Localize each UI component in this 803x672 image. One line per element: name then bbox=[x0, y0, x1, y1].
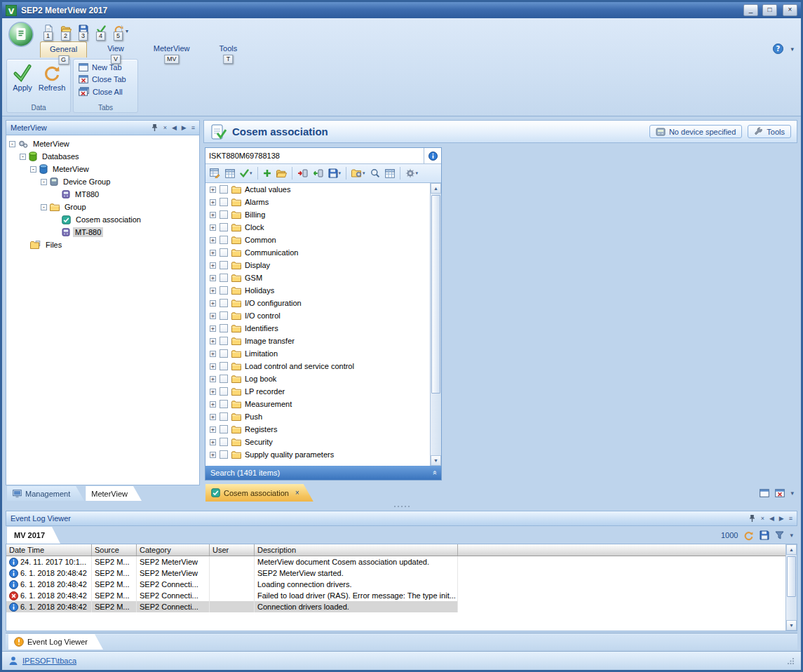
category-checkbox[interactable] bbox=[220, 450, 228, 459]
expand-icon[interactable]: + bbox=[210, 389, 216, 395]
tree-item[interactable]: -MeterView bbox=[6, 163, 199, 175]
close-all-button[interactable]: Close All bbox=[76, 86, 135, 97]
list-scrollbar[interactable]: ▲ ▼ bbox=[430, 183, 441, 466]
tree-item[interactable]: -Group bbox=[6, 201, 199, 213]
category-row[interactable]: +I/O control bbox=[205, 309, 430, 322]
save-document-button[interactable]: 3 bbox=[76, 22, 90, 36]
new-tab-button[interactable]: New Tab bbox=[76, 62, 135, 72]
expand-icon[interactable]: + bbox=[210, 325, 216, 332]
add-item-icon[interactable] bbox=[262, 168, 273, 179]
category-checkbox[interactable] bbox=[220, 261, 228, 269]
application-button[interactable] bbox=[8, 21, 34, 48]
refresh-quick-button[interactable]: 5 bbox=[112, 22, 126, 36]
write-to-device-icon[interactable] bbox=[296, 167, 309, 180]
expand-icon[interactable]: + bbox=[210, 376, 216, 382]
close-panel-icon[interactable]: × bbox=[163, 124, 167, 131]
expand-icon[interactable]: + bbox=[210, 401, 216, 408]
filter-log-icon[interactable] bbox=[775, 531, 784, 539]
expand-icon[interactable]: + bbox=[210, 300, 216, 307]
tab-cosem-association[interactable]: Cosem association × bbox=[205, 484, 313, 502]
horizontal-splitter[interactable] bbox=[6, 502, 797, 510]
tab-event-log-viewer[interactable]: Event Log Viewer bbox=[8, 634, 103, 650]
category-row[interactable]: +Measurement bbox=[205, 398, 430, 410]
expand-icon[interactable]: + bbox=[210, 338, 216, 344]
tab-list-chevron-icon[interactable]: ▾ bbox=[790, 490, 794, 497]
expand-icon[interactable]: + bbox=[210, 212, 216, 218]
expand-icon[interactable]: + bbox=[210, 363, 216, 370]
event-log-scrollbar[interactable]: ▲ ▼ bbox=[785, 544, 797, 631]
expand-icon[interactable]: + bbox=[210, 250, 216, 256]
event-row[interactable]: 24. 11. 2017 10:1...SEP2 M...SEP2 MeterV… bbox=[6, 556, 458, 567]
category-row[interactable]: +Identifiers bbox=[205, 322, 430, 335]
category-row[interactable]: +Display bbox=[205, 259, 430, 271]
find-icon[interactable] bbox=[369, 167, 382, 180]
refresh-button[interactable]: Refresh bbox=[38, 62, 66, 94]
open-document-button[interactable]: 2 bbox=[59, 22, 73, 36]
category-row[interactable]: +Alarms bbox=[205, 196, 430, 208]
category-checkbox[interactable] bbox=[220, 438, 228, 446]
category-row[interactable]: +LP recorder bbox=[205, 385, 430, 398]
maximize-button[interactable]: □ bbox=[762, 4, 777, 16]
column-header[interactable]: Source bbox=[92, 544, 137, 556]
refresh-log-icon[interactable] bbox=[743, 530, 754, 541]
tree-collapse-icon[interactable]: - bbox=[30, 166, 36, 173]
qat-customize-icon[interactable]: ▾ bbox=[126, 24, 128, 34]
ribbon-tab-meterview[interactable]: MeterViewMV bbox=[144, 41, 199, 58]
expand-icon[interactable]: + bbox=[210, 452, 216, 458]
category-checkbox[interactable] bbox=[220, 412, 228, 421]
column-header[interactable]: Description bbox=[255, 544, 458, 556]
category-checkbox[interactable] bbox=[220, 400, 228, 408]
category-row[interactable]: +Security bbox=[205, 436, 430, 448]
expand-icon[interactable]: + bbox=[210, 224, 216, 231]
category-checkbox[interactable] bbox=[220, 223, 228, 231]
close-panel-icon[interactable]: × bbox=[761, 515, 764, 522]
event-row[interactable]: 6. 1. 2018 20:48:42SEP2 M...SEP2 Connect… bbox=[6, 601, 458, 612]
category-row[interactable]: +Push bbox=[205, 410, 430, 423]
apply-button[interactable]: Apply bbox=[8, 62, 36, 94]
expand-icon[interactable]: + bbox=[210, 288, 216, 294]
ribbon-tab-view[interactable]: ViewV bbox=[98, 41, 133, 58]
info-icon[interactable] bbox=[424, 152, 441, 161]
search-bar[interactable]: Search (1491 items) » bbox=[205, 466, 441, 480]
tree-item[interactable]: MT880 bbox=[6, 188, 199, 201]
tree-collapse-icon[interactable]: - bbox=[41, 204, 47, 210]
tree-collapse-icon[interactable]: - bbox=[9, 141, 15, 147]
current-user[interactable]: IPESOFT\tbaca bbox=[22, 657, 76, 665]
scroll-down-icon[interactable]: ▼ bbox=[431, 455, 441, 466]
arrow-right-icon[interactable]: ▶ bbox=[779, 515, 784, 522]
device-id-input[interactable] bbox=[205, 148, 424, 163]
log-menu-chevron-icon[interactable]: ▾ bbox=[790, 532, 793, 539]
arrow-right-icon[interactable]: ▶ bbox=[182, 124, 187, 131]
scroll-up-icon[interactable]: ▲ bbox=[786, 544, 797, 555]
expand-icon[interactable]: + bbox=[210, 199, 216, 206]
close-tab-button[interactable]: Close Tab bbox=[76, 74, 135, 84]
category-row[interactable]: +GSM bbox=[205, 271, 430, 284]
tree-item[interactable]: Files bbox=[6, 238, 199, 251]
panel-menu-icon[interactable]: ≡ bbox=[191, 124, 195, 131]
category-row[interactable]: +Common bbox=[205, 234, 430, 246]
settings-icon[interactable]: ▾ bbox=[404, 167, 420, 180]
tree-collapse-icon[interactable]: - bbox=[41, 179, 47, 185]
category-checkbox[interactable] bbox=[220, 198, 228, 206]
category-checkbox[interactable] bbox=[220, 248, 228, 257]
new-document-button[interactable]: 1 bbox=[41, 22, 55, 36]
category-checkbox[interactable] bbox=[220, 375, 228, 383]
category-row[interactable]: +Holidays bbox=[205, 284, 430, 297]
category-checkbox[interactable] bbox=[220, 349, 228, 358]
category-checkbox[interactable] bbox=[220, 210, 228, 219]
pin-icon[interactable] bbox=[748, 514, 756, 523]
event-row[interactable]: 6. 1. 2018 20:48:42SEP2 M...SEP2 Connect… bbox=[6, 590, 458, 601]
category-row[interactable]: +Log book bbox=[205, 372, 430, 385]
scroll-thumb[interactable] bbox=[431, 195, 440, 394]
arrow-left-icon[interactable]: ◀ bbox=[172, 124, 177, 131]
category-checkbox[interactable] bbox=[220, 274, 228, 282]
category-checkbox[interactable] bbox=[220, 311, 228, 320]
read-selected-icon[interactable] bbox=[208, 167, 222, 180]
column-header[interactable]: Date Time bbox=[6, 544, 92, 556]
tree-item[interactable]: -Databases bbox=[6, 150, 199, 163]
collapse-search-icon[interactable]: » bbox=[430, 471, 438, 475]
check-options-icon[interactable]: ▾ bbox=[238, 168, 254, 179]
tree-item[interactable]: MT-880 bbox=[6, 226, 199, 238]
panel-menu-icon[interactable]: ≡ bbox=[789, 515, 792, 522]
category-checkbox[interactable] bbox=[220, 236, 228, 244]
